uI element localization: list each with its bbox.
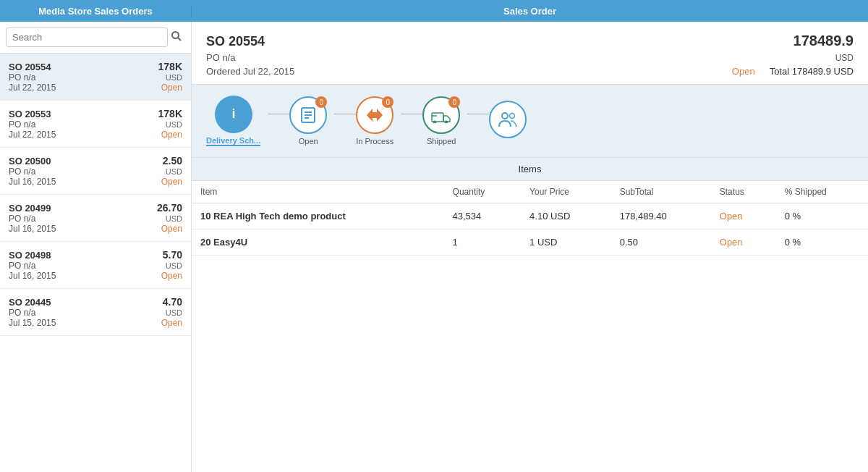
sidebar-title: Media Store Sales Orders xyxy=(0,6,192,17)
items-header-row: ItemQuantityYour PriceSubTotalStatus% Sh… xyxy=(192,181,868,203)
search-icon[interactable] xyxy=(168,28,185,47)
workflow-step-label: In Process xyxy=(356,137,393,146)
workflow-step-inprocess[interactable]: 0In Process xyxy=(356,96,393,146)
workflow-step-label: Open xyxy=(299,137,318,146)
order-status: Open xyxy=(161,271,182,281)
workflow-bar: iDelivery Sch...0Open0In Process0Shipped xyxy=(192,85,868,158)
order-po: PO n/a xyxy=(9,167,35,177)
order-po: PO n/a xyxy=(9,261,35,271)
order-list-item[interactable]: SO 20553 178K PO n/a USD Jul 22, 2015 Op… xyxy=(0,101,191,148)
svg-text:i: i xyxy=(231,106,235,121)
svg-line-1 xyxy=(178,38,181,41)
order-list-item[interactable]: SO 20498 5.70 PO n/a USD Jul 16, 2015 Op… xyxy=(0,242,191,289)
order-amount: 4.70 xyxy=(163,296,182,308)
table-column-header: Your Price xyxy=(521,181,611,203)
table-column-header: Status xyxy=(711,181,776,203)
workflow-badge: 0 xyxy=(448,96,460,108)
order-amount: 2.50 xyxy=(163,155,182,167)
workflow-step-open[interactable]: 0Open xyxy=(289,96,327,146)
workflow-step-delivery[interactable]: iDelivery Sch... xyxy=(206,96,260,146)
order-status: Open xyxy=(161,224,182,234)
svg-point-13 xyxy=(510,114,515,119)
svg-marker-8 xyxy=(367,109,383,122)
order-list-item[interactable]: SO 20554 178K PO n/a USD Jul 22, 2015 Op… xyxy=(0,54,191,101)
workflow-step-label: Shipped xyxy=(427,137,456,146)
order-currency: USD xyxy=(166,261,182,270)
item-name-cell: 10 REA High Tech demo product xyxy=(192,203,444,229)
table-column-header: Item xyxy=(192,181,444,203)
item-quantity-cell: 43,534 xyxy=(444,203,522,229)
order-list-item[interactable]: SO 20499 26.70 PO n/a USD Jul 16, 2015 O… xyxy=(0,195,191,242)
workflow-divider xyxy=(268,114,289,114)
order-date: Jul 16, 2015 xyxy=(9,177,56,187)
detail-order-id: SO 20554 xyxy=(206,34,265,49)
workflow-step-label: Delivery Sch... xyxy=(206,136,260,146)
search-bar xyxy=(0,22,191,54)
order-id: SO 20498 xyxy=(9,250,51,261)
item-subtotal-cell: 178,489.40 xyxy=(611,203,711,229)
order-currency: USD xyxy=(166,120,182,129)
workflow-divider xyxy=(401,114,422,114)
table-column-header: Quantity xyxy=(444,181,522,203)
items-table: ItemQuantityYour PriceSubTotalStatus% Sh… xyxy=(192,181,868,256)
top-bar: Media Store Sales Orders Sales Order xyxy=(0,0,868,22)
order-list-item[interactable]: SO 20500 2.50 PO n/a USD Jul 16, 2015 Op… xyxy=(0,148,191,195)
order-id: SO 20499 xyxy=(9,203,51,214)
order-currency: USD xyxy=(166,167,182,176)
order-po: PO n/a xyxy=(9,119,35,130)
order-po: PO n/a xyxy=(9,72,35,83)
order-amount: 178K xyxy=(158,108,182,119)
main-area: SO 20554 178K PO n/a USD Jul 22, 2015 Op… xyxy=(0,22,868,472)
order-status: Open xyxy=(161,318,182,328)
order-id: SO 20500 xyxy=(9,156,51,167)
order-currency: USD xyxy=(166,308,182,317)
workflow-badge: 0 xyxy=(315,96,327,108)
detail-ordered: Ordered Jul 22, 2015 xyxy=(206,66,294,77)
order-amount: 5.70 xyxy=(163,249,182,261)
order-currency: USD xyxy=(166,214,182,223)
workflow-step-shipped[interactable]: 0Shipped xyxy=(422,96,460,146)
detail-title: Sales Order xyxy=(192,6,868,17)
workflow-badge: 0 xyxy=(382,96,393,108)
table-row: 20 Easy4U11 USD0.50Open0 % xyxy=(192,229,868,256)
order-date: Jul 22, 2015 xyxy=(9,130,56,140)
item-pct-shipped-cell: 0 % xyxy=(776,203,868,229)
table-column-header: % Shipped xyxy=(776,181,868,203)
order-status: Open xyxy=(161,177,182,187)
order-status: Open xyxy=(161,130,182,140)
item-pct-shipped-cell: 0 % xyxy=(776,229,868,256)
order-id: SO 20445 xyxy=(9,297,51,308)
order-list: SO 20554 178K PO n/a USD Jul 22, 2015 Op… xyxy=(0,54,191,472)
search-input[interactable] xyxy=(6,28,168,47)
item-quantity-cell: 1 xyxy=(444,229,522,256)
items-table-body: 10 REA High Tech demo product43,5344.10 … xyxy=(192,203,868,256)
order-status: Open xyxy=(161,83,182,93)
order-amount: 26.70 xyxy=(157,202,182,214)
item-price-cell: 1 USD xyxy=(521,229,611,256)
detail-content: Items ItemQuantityYour PriceSubTotalStat… xyxy=(192,158,868,472)
item-status-cell: Open xyxy=(711,203,776,229)
order-list-item[interactable]: SO 20445 4.70 PO n/a USD Jul 15, 2015 Op… xyxy=(0,289,191,336)
workflow-icon-people xyxy=(489,101,527,138)
workflow-step-people[interactable] xyxy=(489,101,527,141)
items-title: Items xyxy=(192,158,868,181)
workflow-divider xyxy=(334,114,356,114)
order-amount: 178K xyxy=(158,61,182,72)
order-currency: USD xyxy=(166,73,182,82)
order-date: Jul 16, 2015 xyxy=(9,224,56,234)
order-date: Jul 22, 2015 xyxy=(9,83,56,93)
workflow-divider xyxy=(467,114,489,114)
workflow-icon-shipped: 0 xyxy=(422,96,460,134)
detail-panel: SO 20554 178489.9 PO n/a USD Ordered Jul… xyxy=(192,22,868,472)
order-po: PO n/a xyxy=(9,214,35,224)
detail-po: PO n/a xyxy=(206,52,235,63)
detail-header: SO 20554 178489.9 PO n/a USD Ordered Jul… xyxy=(192,22,868,85)
order-date: Jul 15, 2015 xyxy=(9,318,56,328)
sidebar: SO 20554 178K PO n/a USD Jul 22, 2015 Op… xyxy=(0,22,192,472)
svg-point-12 xyxy=(502,113,508,119)
items-section: Items ItemQuantityYour PriceSubTotalStat… xyxy=(192,158,868,472)
table-column-header: SubTotal xyxy=(611,181,711,203)
item-name-cell: 20 Easy4U xyxy=(192,229,444,256)
order-date: Jul 16, 2015 xyxy=(9,271,56,281)
item-price-cell: 4.10 USD xyxy=(521,203,611,229)
